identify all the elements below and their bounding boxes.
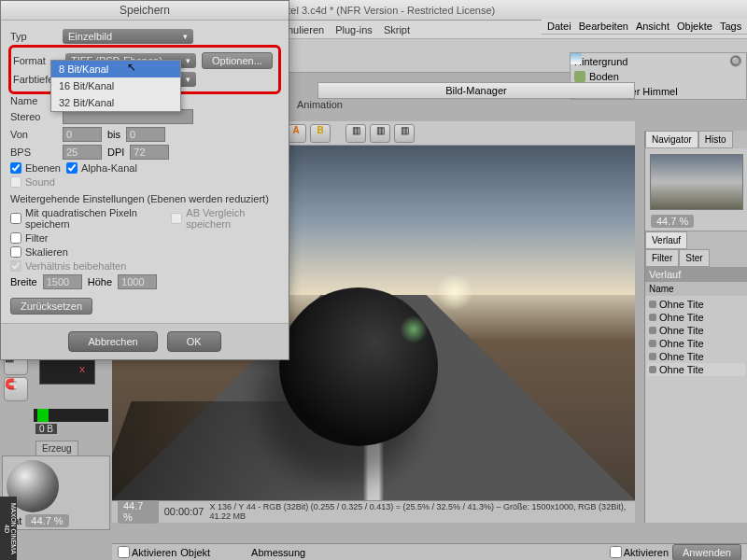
- verlauf-header: Verlauf: [645, 267, 747, 282]
- render-time: 00:00:07: [164, 506, 204, 517]
- dd-option-8bit[interactable]: 8 Bit/Kanal: [51, 61, 180, 77]
- thumb-icon: [649, 353, 656, 360]
- nav-zoom[interactable]: 44.7 %: [651, 215, 694, 228]
- maxon-logo: MAXON CINEMA 4D: [0, 497, 17, 560]
- vp-b-button[interactable]: B: [310, 124, 331, 143]
- verlauf-item[interactable]: Ohne Tite: [647, 350, 745, 363]
- optionen-button[interactable]: Optionen...: [202, 52, 273, 69]
- stereo-label: Stereo: [10, 111, 57, 122]
- magnet2-icon[interactable]: 🧲: [4, 377, 28, 401]
- sound-checkbox: Sound: [10, 176, 55, 188]
- advanced-heading: Weitergehende Einstellungen (Ebenen werd…: [10, 193, 279, 204]
- hohe-label: Höhe: [88, 276, 112, 287]
- dd-option-32bit[interactable]: 32 Bit/Kanal: [51, 94, 180, 111]
- bottom-toolbar: Aktivieren Objekt Abmessung Aktivieren A…: [112, 543, 747, 560]
- menu-skript[interactable]: Skript: [384, 24, 410, 35]
- dialog-title: Speichern: [1, 1, 289, 21]
- object-menubar: Datei Bearbeiten Ansicht Objekte Tags: [542, 19, 747, 35]
- breite-field[interactable]: [43, 274, 82, 289]
- bps-label: BPS: [10, 147, 57, 158]
- menu-plugins[interactable]: Plug-ins: [335, 24, 373, 35]
- aktivieren2-checkbox[interactable]: Aktivieren: [610, 546, 669, 558]
- verlauf-item[interactable]: Ohne Tite: [647, 298, 745, 311]
- menu-ansicht[interactable]: Ansicht: [636, 21, 669, 32]
- verlauf-tree: Ohne Tite Ohne Tite Ohne Tite Ohne Tite …: [645, 296, 747, 378]
- sky-icon: [571, 53, 582, 64]
- right-panel: Navigator Histo 44.7 % Verlauf Filter St…: [644, 131, 747, 523]
- menu-objekte[interactable]: Objekte: [677, 21, 712, 32]
- von-label: Von: [10, 129, 57, 140]
- object-row[interactable]: Hintergrund🔘: [571, 53, 746, 69]
- skalieren-checkbox[interactable]: Skalieren: [10, 246, 68, 258]
- animation-label: Animation: [297, 99, 343, 110]
- bis-field[interactable]: [126, 127, 165, 142]
- chevron-down-icon: ▾: [186, 56, 190, 65]
- abvergleich-checkbox: AB Vergleich speichern: [171, 207, 279, 230]
- verlauf-item[interactable]: Ohne Tite: [647, 324, 745, 337]
- cancel-button[interactable]: Abbrechen: [68, 331, 157, 352]
- histo-tab[interactable]: Histo: [698, 131, 733, 148]
- menu-datei[interactable]: Datei: [547, 21, 571, 32]
- abmessung-label: Abmessung: [251, 547, 305, 558]
- sphere-icon: 🔘: [729, 55, 742, 67]
- aktivieren-checkbox[interactable]: Aktivieren: [118, 546, 176, 558]
- material-panel: Mat 44.7 %: [2, 455, 110, 530]
- menu-tags[interactable]: Tags: [720, 21, 741, 32]
- timeline[interactable]: [34, 409, 108, 422]
- bis-label: bis: [107, 129, 120, 140]
- objekt-label: Objekt: [180, 547, 210, 558]
- typ-label: Typ: [10, 31, 57, 42]
- thumb-icon: [649, 366, 656, 373]
- anwenden-button[interactable]: Anwenden: [672, 544, 741, 561]
- vp-tool-icon[interactable]: ▥: [345, 124, 366, 143]
- save-dialog: Speichern Typ Einzelbild▾ Format TIFF (P…: [0, 0, 289, 360]
- verlauf-name-header: Name: [645, 282, 747, 296]
- ok-button[interactable]: OK: [167, 331, 221, 352]
- timeline-marker[interactable]: [37, 409, 49, 422]
- thumb-icon: [649, 301, 656, 308]
- object-label: Hintergrund: [574, 56, 627, 67]
- verlauf-item[interactable]: Ohne Tite: [647, 311, 745, 324]
- hohe-field[interactable]: [118, 274, 157, 289]
- verlauf-item[interactable]: Ohne Tite: [647, 363, 745, 376]
- sun-flare: [436, 273, 473, 311]
- viewport-statusbar: 44.7 % 00:00:07 X 136 / Y 44 - RGB (32Bi…: [112, 500, 635, 521]
- chevron-down-icon: ▾: [183, 32, 188, 41]
- ster-tab[interactable]: Ster: [679, 249, 709, 267]
- alpha-checkbox[interactable]: Alpha-Kanal: [66, 162, 137, 174]
- breite-label: Breite: [10, 276, 37, 287]
- object-label: Boden: [589, 71, 619, 82]
- rendered-sphere: [279, 287, 438, 446]
- dpi-field[interactable]: [130, 145, 169, 160]
- vp-zoom[interactable]: 44.7 %: [118, 499, 159, 524]
- erzeuge-label[interactable]: Erzeug: [35, 441, 78, 456]
- chevron-down-icon: ▾: [186, 75, 190, 84]
- typ-dropdown[interactable]: Einzelbild▾: [63, 29, 193, 44]
- mat-zoom[interactable]: 44.7 %: [25, 514, 68, 527]
- navigator-thumbnail[interactable]: [650, 154, 743, 210]
- navigator-tab[interactable]: Navigator: [645, 131, 698, 148]
- verlauf-item[interactable]: Ohne Tite: [647, 337, 745, 350]
- bps-field[interactable]: [63, 145, 102, 160]
- thumb-icon: [649, 340, 656, 347]
- render-info: X 136 / Y 44 - RGB (32Bit) (0.255 / 0.32…: [209, 502, 629, 521]
- floor-icon: [574, 71, 585, 82]
- menu-bearbeiten[interactable]: Bearbeiten: [579, 21, 628, 32]
- dd-option-16bit[interactable]: 16 Bit/Kanal: [51, 77, 180, 94]
- vp-tool-icon[interactable]: ▥: [394, 124, 415, 143]
- thumb-icon: [649, 327, 656, 334]
- quad-checkbox[interactable]: Mit quadratischen Pixeln speichern: [10, 207, 165, 230]
- ebenen-checkbox[interactable]: Ebenen: [10, 162, 61, 174]
- thumb-icon: [649, 314, 656, 321]
- x-axis-label: X: [79, 365, 85, 374]
- von-field[interactable]: [63, 127, 102, 142]
- filter-tab[interactable]: Filter: [645, 249, 679, 267]
- bild-manager-title: Bild-Manager: [317, 82, 635, 99]
- verhaeltnis-checkbox: Verhältnis beibehalten: [10, 260, 126, 272]
- timeline-frame-label: 0 B: [35, 424, 57, 434]
- vp-tool-icon[interactable]: ▥: [370, 124, 390, 143]
- filter-checkbox[interactable]: Filter: [10, 232, 48, 244]
- reset-button[interactable]: Zurücksetzen: [10, 298, 92, 315]
- farbtiefe-menu: 8 Bit/Kanal 16 Bit/Kanal 32 Bit/Kanal: [50, 60, 181, 112]
- verlauf-tab[interactable]: Verlauf: [645, 231, 687, 249]
